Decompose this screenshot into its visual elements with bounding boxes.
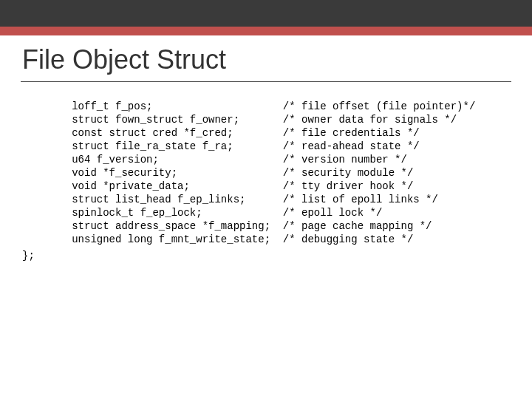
code-declaration: struct fown_struct f_owner;	[22, 113, 283, 126]
code-declaration: loff_t f_pos;	[22, 100, 283, 113]
code-comment: /* debugging state */	[283, 233, 413, 246]
code-line: struct file_ra_state f_ra; /* read-ahead…	[22, 140, 517, 153]
title-underline	[21, 81, 511, 82]
code-comment: /* security module */	[283, 166, 413, 180]
code-declaration: struct file_ra_state f_ra;	[22, 140, 283, 153]
code-line: spinlock_t f_ep_lock; /* epoll lock */	[22, 206, 517, 219]
code-declaration: struct address_space *f_mapping;	[22, 219, 283, 233]
code-comment: /* owner data for signals */	[283, 113, 457, 126]
code-declaration: unsigned long f_mnt_write_state;	[22, 233, 283, 246]
code-line: loff_t f_pos; /* file offset (file point…	[22, 100, 517, 113]
code-declaration: spinlock_t f_ep_lock;	[22, 206, 283, 219]
slide-title: File Object Struct	[22, 44, 226, 75]
code-comment: /* page cache mapping */	[283, 219, 432, 233]
code-declaration: struct list_head f_ep_links;	[22, 193, 283, 206]
code-comment: /* file credentials */	[283, 126, 420, 140]
code-comment: /* list of epoll links */	[283, 193, 438, 206]
slide: File Object Struct loff_t f_pos; /* file…	[0, 0, 532, 399]
code-line: struct fown_struct f_owner; /* owner dat…	[22, 113, 517, 126]
code-line: const struct cred *f_cred; /* file crede…	[22, 126, 517, 140]
code-declaration: void *f_security;	[22, 166, 283, 180]
code-line: unsigned long f_mnt_write_state; /* debu…	[22, 233, 517, 246]
code-line: void *f_security; /* security module */	[22, 166, 517, 180]
code-block: loff_t f_pos; /* file offset (file point…	[22, 100, 517, 262]
code-declaration: void *private_data;	[22, 180, 283, 193]
code-comment: /* file offset (file pointer)*/	[283, 100, 475, 113]
code-comment: /* epoll lock */	[283, 206, 382, 219]
code-line: struct address_space *f_mapping; /* page…	[22, 219, 517, 233]
code-line: void *private_data; /* tty driver hook *…	[22, 180, 517, 193]
code-line: struct list_head f_ep_links; /* list of …	[22, 193, 517, 206]
code-declaration: const struct cred *f_cred;	[22, 126, 283, 140]
code-comment: /* version number */	[283, 153, 407, 166]
header-band	[0, 0, 532, 35]
code-struct-close: };	[22, 249, 517, 262]
code-comment: /* tty driver hook */	[283, 180, 413, 193]
code-line: u64 f_version; /* version number */	[22, 153, 517, 166]
code-comment: /* read-ahead state */	[283, 140, 420, 153]
code-declaration: u64 f_version;	[22, 153, 283, 166]
header-inner-band	[0, 0, 532, 27]
